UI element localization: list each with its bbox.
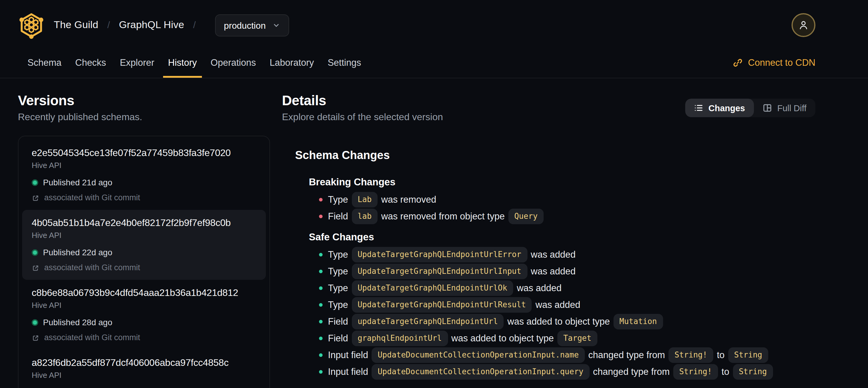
columns-icon [763,103,772,112]
version-hash: c8b6e88a06793b9c4dfd54aaa21b36a1b421d812 [32,287,256,299]
external-link-icon [32,264,39,272]
change-text: TypeUpdateTargetGraphQLEndpointUrlInputw… [328,264,576,279]
version-published-row: Published 22d ago [32,247,256,258]
change-bullet-icon [319,198,322,202]
change-text-segment: Type [328,300,348,310]
target-selector-value: production [224,20,266,30]
nav-tab[interactable]: Checks [70,48,111,78]
change-item: Fieldlabwas removed from object typeQuer… [309,208,815,225]
breadcrumb-org[interactable]: The Guild [54,19,98,31]
change-code-chip: UpdateTargetGraphQLEndpointUrlInput [351,264,527,279]
change-bullet-icon [319,287,322,290]
change-item: TypeLabwas removed [309,191,815,208]
breadcrumb-project[interactable]: GraphQL Hive [119,19,184,31]
change-text-segment: Input field [328,366,368,377]
versions-title: Versions [18,93,270,108]
changes-list: TypeUpdateTargetGraphQLEndpointUrlErrorw… [309,246,815,380]
change-text-segment: was removed [381,194,436,205]
published-status-dot [32,179,38,186]
nav-tab[interactable]: History [163,48,202,78]
versions-panel: Versions Recently published schemas. e2e… [18,93,270,388]
version-service: Hive API [32,371,256,380]
change-text: TypeUpdateTargetGraphQLEndpointUrlResult… [328,297,580,313]
full-diff-view-label: Full Diff [777,103,806,113]
change-text: Input fieldUpdateDocumentCollectionOpera… [328,364,776,380]
version-hash: 4b05ab51b1b4a7e2e4b0ef82172f2b9f7ef98c0b [32,217,256,229]
chevron-down-icon [272,21,280,29]
nav-tab[interactable]: Laboratory [265,48,319,78]
change-bullet-icon [319,336,322,340]
change-code-chip: Mutation [614,314,663,329]
connect-to-cdn-button[interactable]: Connect to CDN [733,48,815,78]
nav-tab-label: Operations [211,57,256,68]
changes-view-button[interactable]: Changes [685,99,754,117]
breadcrumb: The Guild / GraphQL Hive / production [54,14,289,36]
hive-logo[interactable] [18,12,45,38]
full-diff-view-button[interactable]: Full Diff [754,99,815,117]
changes-view-label: Changes [709,103,745,113]
version-commit-link: associated with Git commit [44,193,140,203]
change-text: TypeUpdateTargetGraphQLEndpointUrlOkwas … [328,280,562,296]
change-text: FieldupdateTargetGraphQLEndpointUrlwas a… [328,314,666,329]
change-text: TypeUpdateTargetGraphQLEndpointUrlErrorw… [328,247,576,263]
version-published-row: Published 28d ago [32,317,256,328]
external-link-icon [32,194,39,202]
change-text: Input fieldUpdateDocumentCollectionOpera… [328,347,772,363]
change-code-chip: UpdateTargetGraphQLEndpointUrlError [351,247,527,263]
version-item[interactable]: a823f6db2a55df877dcf406006abca97fcc4858c… [22,350,266,388]
changes-section: Breaking Changes TypeLabwas removed Fiel… [295,176,815,225]
change-bullet-icon [319,270,322,273]
change-text-segment: Type [328,266,348,277]
change-item: FieldupdateTargetGraphQLEndpointUrlwas a… [309,313,815,330]
change-item: TypeUpdateTargetGraphQLEndpointUrlErrorw… [309,246,815,263]
version-commit-link: associated with Git commit [44,333,140,342]
version-published-row: Published 21d ago [32,177,256,188]
version-commit-row[interactable]: associated with Git commit [32,333,256,342]
breadcrumb-separator: / [107,20,110,30]
version-commit-row[interactable]: associated with Git commit [32,263,256,273]
change-text-segment: to [722,366,730,377]
details-heading-block: Details Explore details of the selected … [282,93,443,123]
connect-to-cdn-label: Connect to CDN [748,57,815,68]
nav-tab[interactable]: Schema [23,48,66,78]
details-subtitle: Explore details of the selected version [282,111,443,123]
change-code-chip: String! [673,364,718,380]
nav-tab[interactable]: Operations [206,48,261,78]
version-commit-row[interactable]: associated with Git commit [32,193,256,203]
change-bullet-icon [319,370,322,374]
change-item: TypeUpdateTargetGraphQLEndpointUrlResult… [309,297,815,313]
version-commit-link: associated with Git commit [44,263,140,273]
version-item[interactable]: c8b6e88a06793b9c4dfd54aaa21b36a1b421d812… [22,280,266,350]
change-code-chip: UpdateTargetGraphQLEndpointUrlResult [351,297,532,313]
version-service: Hive API [32,301,256,310]
change-code-chip: graphqlEndpointUrl [351,331,448,346]
main-nav: SchemaChecksExplorerHistoryOperationsLab… [0,48,868,78]
change-code-chip: String! [669,347,713,363]
change-item: TypeUpdateTargetGraphQLEndpointUrlOkwas … [309,280,815,297]
version-item[interactable]: e2e55045345ce13fe07f52a77459b83fa3fe7020… [22,140,266,210]
change-text-segment: was removed from object type [381,211,505,222]
details-panel: Details Explore details of the selected … [282,93,815,380]
change-code-chip: UpdateTargetGraphQLEndpointUrlOk [351,280,513,296]
target-selector[interactable]: production [215,14,289,36]
nav-tab[interactable]: Settings [323,48,366,78]
change-text-segment: was added [517,283,562,294]
published-status-dot [32,319,38,326]
top-bar: The Guild / GraphQL Hive / production [0,0,868,48]
change-text-segment: Field [328,211,348,222]
version-item[interactable]: 4b05ab51b1b4a7e2e4b0ef82172f2b9f7ef98c0b… [22,210,266,280]
nav-tab-label: Settings [328,57,361,68]
version-service: Hive API [32,231,256,240]
change-text-segment: Field [328,333,348,344]
version-published-label: Published 22d ago [43,247,112,258]
published-status-dot [32,249,38,256]
change-text-segment: changed type from [588,350,665,360]
change-bullet-icon [319,353,322,357]
change-text-segment: was added to object type [451,333,554,344]
user-menu-button[interactable] [792,13,815,37]
nav-tab[interactable]: Explorer [115,48,159,78]
change-text-segment: Type [328,194,348,205]
list-icon [694,103,703,112]
changes-list: TypeLabwas removed Fieldlabwas removed f… [309,191,815,225]
change-bullet-icon [319,253,322,257]
